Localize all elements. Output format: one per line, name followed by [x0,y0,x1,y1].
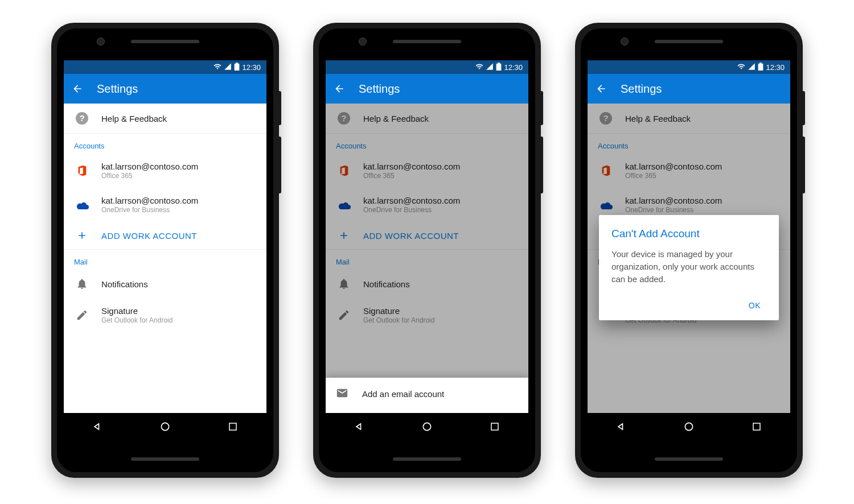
battery-icon [496,63,502,72]
app-bar: Settings [64,74,266,104]
app-bar-title: Settings [97,82,138,96]
settings-content: ? Help & Feedback Accounts kat.larrson@c… [326,104,528,440]
mail-icon [336,387,348,401]
svg-point-6 [423,423,430,430]
phone-mockup: 12:30 Settings ? Help & Feedback Account… [51,23,279,478]
signature-row[interactable]: Signature Get Outlook for Android [64,298,266,332]
help-icon: ? [74,111,90,125]
nav-recents-icon[interactable] [750,420,763,433]
android-nav-bar [326,413,528,440]
back-icon[interactable] [334,83,345,94]
sheet-email-label: Add an email account [362,389,444,399]
status-bar: 12:30 [326,60,528,74]
svg-text:?: ? [79,113,84,123]
app-bar: Settings [326,74,528,104]
android-nav-bar [588,413,790,440]
screen: 12:30 Settings ? Help & Feedback Account… [326,60,528,440]
status-time: 12:30 [504,63,523,72]
mail-header: Mail [64,250,266,270]
dialog-body: Your device is managed by your organizat… [611,248,766,285]
pen-icon [74,309,90,321]
svg-rect-11 [753,423,760,430]
app-bar-title: Settings [621,82,662,96]
wifi-icon [737,63,745,72]
screen: 12:30 Settings ? Help & Feedback Account… [64,60,266,440]
signature-sub: Get Outlook for Android [101,316,256,324]
svg-point-10 [685,423,692,430]
app-bar-title: Settings [359,82,400,96]
nav-home-icon[interactable] [683,420,695,433]
nav-home-icon[interactable] [421,420,433,433]
account-sub: Office 365 [101,172,256,180]
add-account-label: ADD WORK ACCOUNT [101,231,256,241]
nav-home-icon[interactable] [159,420,171,433]
nav-recents-icon[interactable] [488,420,501,433]
wifi-icon [475,63,483,72]
accounts-header: Accounts [64,134,266,154]
phone-mockup: 12:30 Settings ? Help & Feedback Account… [575,23,803,478]
status-time: 12:30 [242,63,261,72]
help-label: Help & Feedback [101,114,256,123]
status-time: 12:30 [766,63,785,72]
account-email: kat.larrson@contoso.com [101,196,256,205]
dialog-ok-button[interactable]: OK [743,296,766,315]
account-sub: OneDrive for Business [101,206,256,214]
sheet-add-email[interactable]: Add an email account [326,378,528,410]
back-icon[interactable] [72,83,83,94]
dialog-title: Can't Add Account [611,228,766,240]
svg-point-2 [161,423,169,430]
account-email: kat.larrson@contoso.com [101,162,256,171]
onedrive-icon [74,200,90,210]
battery-icon [758,63,763,72]
svg-rect-3 [229,423,236,430]
account-row-office365[interactable]: kat.larrson@contoso.com Office 365 [64,154,266,188]
screen: 12:30 Settings ? Help & Feedback Account… [588,60,790,440]
wifi-icon [214,63,221,72]
bell-icon [74,278,90,290]
settings-content: ? Help & Feedback Accounts kat.larrson@c… [64,104,266,440]
notifications-row[interactable]: Notifications [64,270,266,298]
svg-rect-7 [491,423,498,430]
nav-back-icon[interactable] [615,420,627,433]
status-bar: 12:30 [588,60,790,74]
battery-icon [234,63,240,72]
nav-back-icon[interactable] [353,420,366,433]
notifications-label: Notifications [101,279,256,289]
cant-add-account-dialog: Can't Add Account Your device is managed… [599,215,779,320]
office365-icon [74,164,90,177]
android-nav-bar [64,413,266,440]
back-icon[interactable] [596,83,607,94]
signature-label: Signature [101,306,256,316]
help-feedback-row[interactable]: ? Help & Feedback [64,104,266,133]
nav-back-icon[interactable] [91,420,104,433]
status-bar: 12:30 [64,60,266,74]
phone-mockup: 12:30 Settings ? Help & Feedback Account… [313,23,541,478]
nav-recents-icon[interactable] [227,420,239,433]
account-row-onedrive[interactable]: kat.larrson@contoso.com OneDrive for Bus… [64,188,266,222]
signal-icon [748,63,756,72]
add-account-button[interactable]: ADD WORK ACCOUNT [64,222,266,249]
plus-icon [74,230,90,241]
signal-icon [224,63,232,72]
settings-content: ? Help & Feedback Accounts kat.larrson@c… [588,104,790,440]
signal-icon [486,63,494,72]
app-bar: Settings [588,74,790,104]
